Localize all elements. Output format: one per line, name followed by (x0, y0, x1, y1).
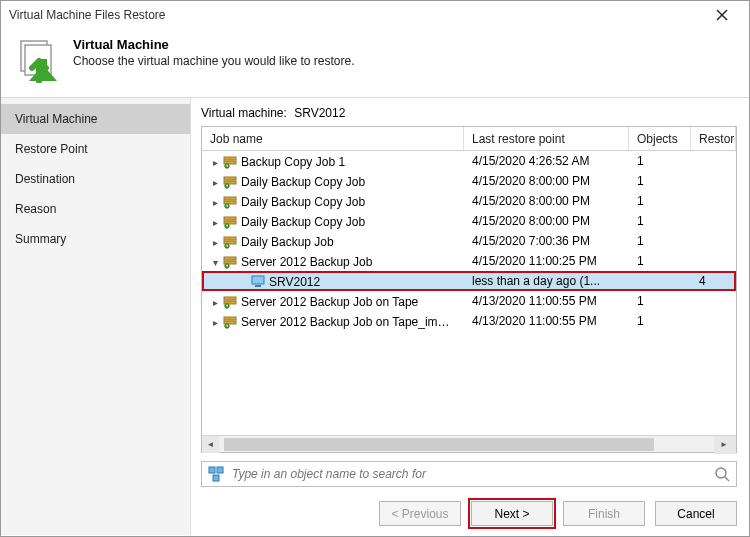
scroll-left-icon[interactable]: ◄ (202, 436, 219, 453)
svg-rect-26 (224, 301, 236, 304)
grid-row-job[interactable]: ▸Backup Copy Job 14/15/2020 4:26:52 AM1 (202, 151, 736, 171)
close-button[interactable] (703, 2, 741, 28)
svg-rect-32 (217, 467, 223, 473)
step-summary[interactable]: Summary (1, 224, 190, 254)
step-label: Reason (15, 202, 56, 216)
svg-rect-24 (255, 285, 261, 287)
search-icon[interactable] (714, 466, 730, 482)
svg-line-35 (725, 477, 729, 481)
vm-icon (250, 273, 266, 289)
svg-rect-8 (224, 177, 236, 180)
step-reason[interactable]: Reason (1, 194, 190, 224)
header-subtitle: Choose the virtual machine you would lik… (73, 54, 354, 68)
wizard-header: Virtual Machine Choose the virtual machi… (1, 29, 749, 98)
svg-rect-14 (224, 217, 236, 220)
svg-rect-12 (224, 201, 236, 204)
scroll-right-icon[interactable]: ► (714, 436, 736, 454)
row-name: Backup Copy Job 1 (241, 155, 345, 169)
svg-point-34 (716, 468, 726, 478)
tree-toggle-icon[interactable]: ▸ (210, 177, 220, 188)
step-virtual-machine[interactable]: Virtual Machine (1, 104, 190, 134)
row-objects: 1 (629, 314, 691, 328)
tree-toggle-icon[interactable]: ▸ (210, 217, 220, 228)
row-objects: 1 (629, 234, 691, 248)
tree-toggle-icon[interactable]: ▸ (210, 197, 220, 208)
svg-rect-4 (39, 59, 47, 81)
restore-icon (15, 37, 61, 83)
svg-rect-25 (224, 297, 236, 300)
search-box[interactable] (201, 461, 737, 487)
next-button[interactable]: Next > (471, 501, 553, 526)
grid-row-job[interactable]: ▸Daily Backup Copy Job4/15/2020 8:00:00 … (202, 171, 736, 191)
row-objects: 1 (629, 294, 691, 308)
grid-row-job[interactable]: ▸Server 2012 Backup Job on Tape4/13/2020… (202, 291, 736, 311)
grid-row-job[interactable]: ▸Server 2012 Backup Job on Tape_imported… (202, 311, 736, 331)
tree-toggle-icon[interactable]: ▸ (210, 317, 220, 328)
virtual-machine-line: Virtual machine: SRV2012 (201, 106, 737, 120)
grid-row-job[interactable]: ▸Daily Backup Copy Job4/15/2020 8:00:00 … (202, 191, 736, 211)
grid-body[interactable]: ▸Backup Copy Job 14/15/2020 4:26:52 AM1▸… (202, 151, 736, 435)
step-label: Destination (15, 172, 75, 186)
wizard-steps-sidebar: Virtual Machine Restore Point Destinatio… (1, 98, 191, 535)
step-restore-point[interactable]: Restore Point (1, 134, 190, 164)
row-name: Daily Backup Copy Job (241, 175, 365, 189)
svg-rect-23 (252, 276, 264, 284)
backup-job-icon (222, 153, 238, 169)
row-name: SRV2012 (269, 275, 320, 289)
tree-toggle-icon[interactable]: ▸ (210, 237, 220, 248)
row-last-restore-point: 4/13/2020 11:00:55 PM (464, 314, 629, 328)
cancel-button[interactable]: Cancel (655, 501, 737, 526)
vm-value: SRV2012 (294, 106, 345, 120)
step-label: Restore Point (15, 142, 88, 156)
titlebar: Virtual Machine Files Restore (1, 1, 749, 29)
backup-job-icon (222, 253, 238, 269)
svg-rect-33 (213, 475, 219, 481)
right-pane: Virtual machine: SRV2012 Job name Last r… (191, 98, 749, 535)
row-last-restore-point: 4/15/2020 11:00:25 PM (464, 254, 629, 268)
grid-row-job[interactable]: ▸Daily Backup Copy Job4/15/2020 8:00:00 … (202, 211, 736, 231)
row-last-restore-point: 4/15/2020 8:00:00 PM (464, 194, 629, 208)
horizontal-scrollbar[interactable]: ◄ ► (202, 435, 736, 452)
column-restore-points[interactable]: Restore poin (691, 127, 736, 150)
wizard-body: Virtual Machine Restore Point Destinatio… (1, 98, 749, 535)
column-objects[interactable]: Objects (629, 127, 691, 150)
tree-toggle-icon[interactable]: ▸ (210, 157, 220, 168)
row-last-restore-point: 4/15/2020 8:00:00 PM (464, 174, 629, 188)
svg-rect-15 (224, 221, 236, 224)
row-objects: 1 (629, 174, 691, 188)
grid-row-vm[interactable]: SRV2012less than a day ago (1...4 (202, 271, 736, 291)
svg-rect-5 (224, 157, 236, 160)
svg-rect-11 (224, 197, 236, 200)
row-name: Daily Backup Copy Job (241, 195, 365, 209)
scroll-thumb[interactable] (224, 438, 654, 451)
svg-rect-28 (224, 317, 236, 320)
tree-toggle-icon[interactable]: ▾ (210, 257, 220, 268)
header-title: Virtual Machine (73, 37, 354, 52)
search-input[interactable] (230, 466, 708, 482)
row-objects: 1 (629, 154, 691, 168)
svg-rect-17 (224, 237, 236, 240)
close-icon (716, 9, 728, 21)
column-last-restore-point[interactable]: Last restore point (464, 127, 629, 150)
row-name: Server 2012 Backup Job on Tape (241, 295, 418, 309)
svg-rect-21 (224, 261, 236, 264)
row-name: Daily Backup Copy Job (241, 215, 365, 229)
backup-job-icon (222, 293, 238, 309)
object-picker-icon[interactable] (208, 466, 224, 482)
backup-job-icon (222, 213, 238, 229)
row-name: Server 2012 Backup Job on Tape_imported (241, 315, 464, 329)
wizard-footer: < Previous Next > Finish Cancel (201, 501, 737, 526)
tree-toggle-icon[interactable]: ▸ (210, 297, 220, 308)
step-destination[interactable]: Destination (1, 164, 190, 194)
column-job-name[interactable]: Job name (202, 127, 464, 150)
grid-row-job[interactable]: ▸Daily Backup Job4/15/2020 7:00:36 PM1 (202, 231, 736, 251)
row-objects: 1 (629, 194, 691, 208)
previous-button: < Previous (379, 501, 461, 526)
backup-job-icon (222, 233, 238, 249)
vm-label: Virtual machine: (201, 106, 287, 120)
row-objects: 1 (629, 214, 691, 228)
row-last-restore-point: 4/15/2020 8:00:00 PM (464, 214, 629, 228)
svg-rect-6 (224, 161, 236, 164)
grid-row-job[interactable]: ▾Server 2012 Backup Job4/15/2020 11:00:2… (202, 251, 736, 271)
backup-job-icon (222, 313, 238, 329)
